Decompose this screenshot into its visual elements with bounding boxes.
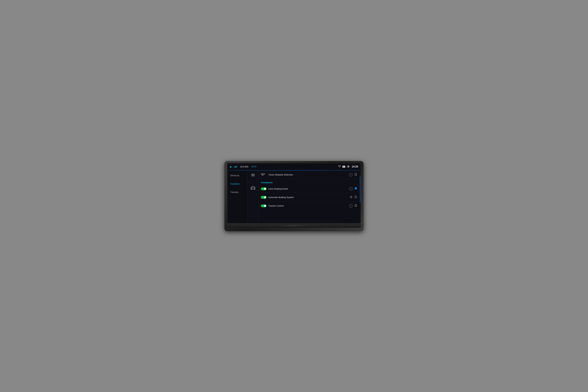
vehicle-category-button[interactable] bbox=[248, 184, 258, 193]
lane-keeping-label: Lane Keeping Assist bbox=[268, 188, 349, 190]
header-left: ▶ 18c 22.5 A/C AUTO bbox=[230, 165, 256, 168]
lane-keeping-info-button[interactable]: i bbox=[349, 187, 353, 190]
infotainment-screen: ▶ 18c 22.5 A/C AUTO 4G bbox=[227, 163, 361, 224]
sidebar-item-tutorials[interactable]: Tutorials bbox=[229, 190, 246, 194]
traction-control-toggle[interactable] bbox=[261, 204, 266, 207]
auto-braking-settings-button[interactable] bbox=[350, 196, 353, 199]
items-list: P) Close Obstacle Detection i bbox=[258, 170, 359, 223]
obstacle-actions: i bbox=[349, 173, 357, 176]
svg-text:P): P) bbox=[261, 173, 263, 175]
category-panel bbox=[248, 170, 258, 223]
parking-icon: P) bbox=[261, 173, 265, 177]
auto-braking-actions bbox=[350, 196, 357, 199]
svg-point-12 bbox=[351, 196, 352, 198]
auto-braking-label: Automatic Braking System bbox=[268, 196, 350, 198]
svg-rect-10 bbox=[254, 188, 255, 188]
scroll-panel bbox=[359, 170, 361, 223]
bottom-chrome-bar bbox=[279, 225, 309, 226]
car-icon bbox=[250, 186, 256, 191]
gps-icon bbox=[347, 165, 350, 168]
temp-value: 18 bbox=[234, 166, 237, 168]
obstacle-info-button[interactable]: i bbox=[349, 173, 353, 176]
scroll-indicator bbox=[360, 176, 360, 202]
assistances-section-label: Assistances bbox=[261, 179, 357, 185]
device-bottom-chrome bbox=[227, 224, 361, 228]
lane-keeping-row[interactable]: Lane Keeping Assist i bbox=[261, 185, 357, 193]
media-play-icon[interactable]: ▶ bbox=[230, 165, 232, 168]
svg-rect-9 bbox=[251, 188, 252, 188]
ac-mode-display: AUTO bbox=[251, 166, 256, 168]
content-area: P) Close Obstacle Detection i bbox=[248, 170, 361, 223]
ac-value-display: 22.5 A/C bbox=[240, 166, 248, 168]
lane-keeping-actions: i bbox=[349, 187, 357, 190]
main-content: Shortcuts Functions Tutorials bbox=[227, 170, 361, 223]
4g-signal-icon: 4G bbox=[342, 166, 345, 168]
obstacle-bookmark-button[interactable] bbox=[355, 173, 357, 176]
header-right: 4G 14:29 bbox=[338, 165, 358, 168]
traction-control-info-button[interactable]: i bbox=[349, 204, 353, 208]
device-frame: ▶ 18c 22.5 A/C AUTO 4G bbox=[224, 161, 364, 231]
close-obstacle-row[interactable]: P) Close Obstacle Detection i bbox=[261, 170, 357, 179]
auto-braking-row[interactable]: Automatic Braking System bbox=[261, 193, 357, 202]
sidebar-item-shortcuts[interactable]: Shortcuts bbox=[229, 174, 246, 177]
temperature-display: 18c bbox=[234, 165, 237, 168]
sidebar-item-functions[interactable]: Functions bbox=[229, 182, 246, 186]
auto-braking-toggle[interactable] bbox=[261, 196, 266, 199]
hamburger-icon bbox=[251, 174, 255, 176]
traction-control-bookmark-button[interactable] bbox=[355, 204, 357, 208]
lane-keeping-toggle[interactable] bbox=[261, 188, 266, 190]
traction-control-actions: i bbox=[349, 204, 357, 208]
hamburger-menu-button[interactable] bbox=[248, 173, 258, 178]
traction-control-row[interactable]: Traction Control i bbox=[261, 202, 357, 210]
close-obstacle-label: Close Obstacle Detection bbox=[269, 174, 347, 176]
status-bar: ▶ 18c 22.5 A/C AUTO 4G bbox=[227, 164, 361, 170]
temp-unit: c bbox=[237, 165, 237, 167]
lane-keeping-bookmark-button[interactable] bbox=[355, 187, 357, 190]
sidebar: Shortcuts Functions Tutorials bbox=[227, 170, 248, 223]
traction-control-label: Traction Control bbox=[268, 204, 349, 207]
clock-display: 14:29 bbox=[352, 165, 358, 168]
auto-braking-bookmark-button[interactable] bbox=[355, 196, 357, 199]
wifi-icon bbox=[338, 166, 341, 168]
